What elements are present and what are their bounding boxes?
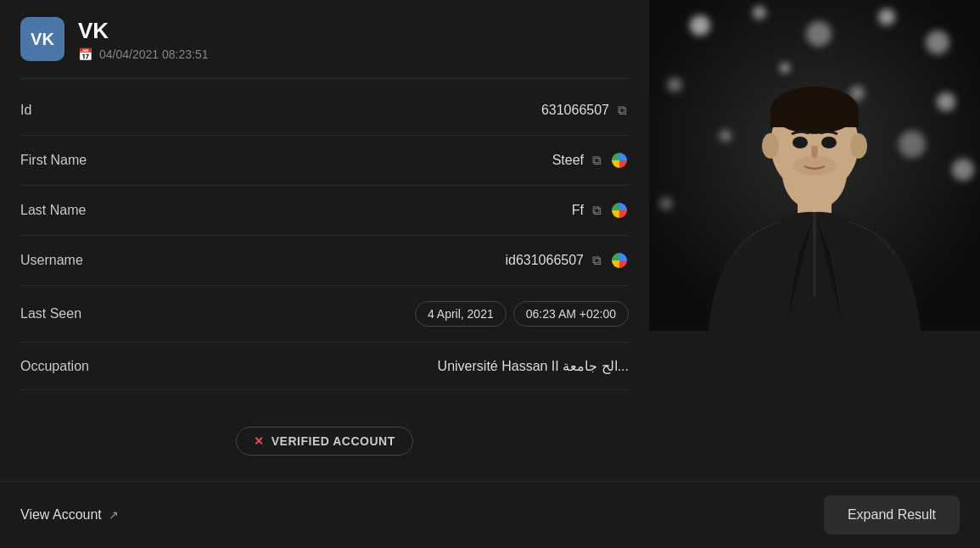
username-copy-icon[interactable] <box>591 251 603 270</box>
last-seen-value-group: 4 April, 2021 06:23 AM +02:00 <box>415 301 629 327</box>
username-value: id631066507 <box>505 253 584 268</box>
fields-container: Id 631066507 First Name Steef <box>20 86 629 410</box>
svg-point-7 <box>667 77 682 92</box>
svg-point-20 <box>850 133 867 159</box>
last-name-value: Ff <box>572 203 584 218</box>
id-value: 631066507 <box>541 103 609 118</box>
username-google-icon[interactable] <box>610 251 629 270</box>
svg-point-22 <box>821 137 837 148</box>
app-title: VK <box>78 18 208 44</box>
svg-rect-18 <box>770 110 859 127</box>
first-name-row: First Name Steef <box>20 136 629 186</box>
profile-photo <box>649 0 980 331</box>
first-name-google-icon[interactable] <box>610 151 629 170</box>
last-seen-label: Last Seen <box>20 306 81 322</box>
last-name-value-group: Ff <box>572 201 629 220</box>
svg-point-5 <box>878 8 895 25</box>
first-name-label: First Name <box>20 153 87 168</box>
last-name-google-icon[interactable] <box>610 201 629 220</box>
svg-point-3 <box>753 6 766 20</box>
id-value-group: 631066507 <box>541 101 629 120</box>
svg-point-6 <box>926 31 949 54</box>
svg-point-11 <box>659 197 673 210</box>
svg-point-19 <box>762 133 779 159</box>
verified-label: VERIFIED ACCOUNT <box>272 434 395 448</box>
view-account-label: View Account <box>20 507 102 523</box>
occupation-label: Occupation <box>20 359 89 374</box>
occupation-row: Occupation Université Hassan II الح جامع… <box>20 343 629 390</box>
last-name-row: Last Name Ff <box>20 186 629 236</box>
profile-svg <box>649 0 980 331</box>
svg-point-12 <box>899 131 926 158</box>
id-copy-icon[interactable] <box>616 101 629 120</box>
svg-point-23 <box>793 155 836 176</box>
last-name-label: Last Name <box>20 203 86 218</box>
username-label: Username <box>20 253 83 268</box>
first-name-value-group: Steef <box>552 151 629 170</box>
first-name-value: Steef <box>552 153 584 168</box>
occupation-value: Université Hassan II الح جامعة... <box>438 358 629 374</box>
calendar-icon: 📅 <box>78 48 92 61</box>
svg-point-9 <box>720 130 731 142</box>
header-section: VK VK 📅 04/04/2021 08:23:51 <box>20 17 629 79</box>
svg-point-10 <box>952 159 974 181</box>
verified-badge: ✕ VERIFIED ACCOUNT <box>236 427 412 456</box>
header-info: VK 📅 04/04/2021 08:23:51 <box>78 18 208 61</box>
vk-logo: VK <box>20 17 64 61</box>
last-seen-date-badge: 4 April, 2021 <box>415 301 507 327</box>
svg-point-2 <box>690 15 710 36</box>
left-panel: VK VK 📅 04/04/2021 08:23:51 Id 631066507 <box>0 0 649 481</box>
last-seen-row: Last Seen 4 April, 2021 06:23 AM +02:00 <box>20 286 629 343</box>
svg-point-8 <box>937 92 955 111</box>
x-mark-icon: ✕ <box>254 434 265 448</box>
main-container: VK VK 📅 04/04/2021 08:23:51 Id 631066507 <box>0 0 980 548</box>
verified-section: ✕ VERIFIED ACCOUNT <box>20 410 629 464</box>
last-name-copy-icon[interactable] <box>591 201 603 220</box>
app-timestamp: 04/04/2021 08:23:51 <box>99 48 208 61</box>
external-link-icon: ↗ <box>109 508 119 522</box>
footer-bar: View Account ↗ Expand Result <box>0 481 980 548</box>
id-label: Id <box>20 103 31 118</box>
svg-point-21 <box>792 137 808 148</box>
first-name-copy-icon[interactable] <box>591 151 603 170</box>
svg-point-4 <box>806 21 832 47</box>
right-panel <box>649 0 980 481</box>
username-value-group: id631066507 <box>505 251 629 270</box>
google-circle-icon-2 <box>612 203 627 218</box>
svg-point-13 <box>780 63 790 73</box>
timestamp-row: 📅 04/04/2021 08:23:51 <box>78 48 208 61</box>
google-circle-icon <box>612 153 627 168</box>
content-area: VK VK 📅 04/04/2021 08:23:51 Id 631066507 <box>0 0 980 481</box>
vk-logo-text: VK <box>31 30 54 49</box>
username-row: Username id631066507 <box>20 236 629 286</box>
google-circle-icon-3 <box>612 253 627 268</box>
id-row: Id 631066507 <box>20 86 629 136</box>
last-seen-time-badge: 06:23 AM +02:00 <box>513 301 629 327</box>
expand-result-button[interactable]: Expand Result <box>824 495 960 534</box>
photo-background <box>649 0 980 331</box>
view-account-link[interactable]: View Account ↗ <box>20 507 119 523</box>
expand-result-label: Expand Result <box>848 507 936 522</box>
occupation-value-group: Université Hassan II الح جامعة... <box>438 358 629 374</box>
